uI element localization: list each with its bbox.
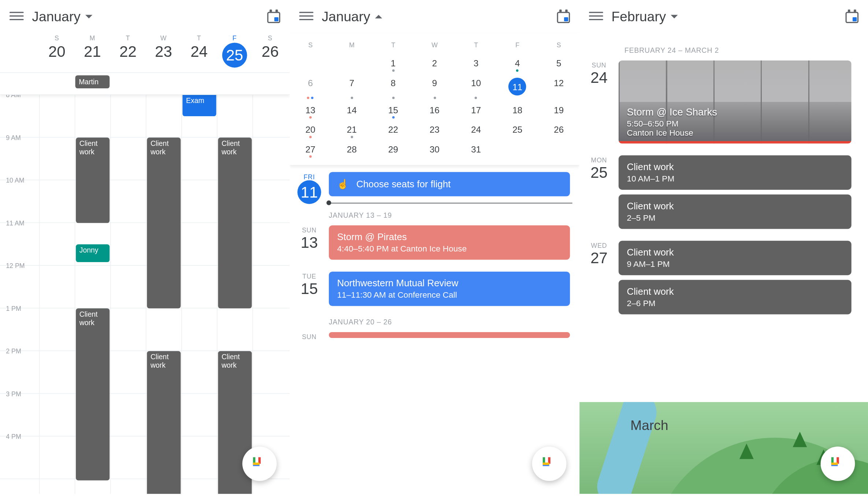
minical-day[interactable]: 6 xyxy=(290,73,331,100)
chevron-up-icon xyxy=(375,15,382,18)
schedule-list[interactable]: FRI 11 ☝ Choose seats for flight JANUARY… xyxy=(290,165,579,357)
minical-day[interactable]: 19 xyxy=(538,100,579,120)
minical-day[interactable]: 1 xyxy=(372,54,414,73)
hour-label: 11 AM xyxy=(6,220,24,227)
month-selector[interactable]: January xyxy=(322,8,382,25)
schedule-date[interactable]: SUN 13 xyxy=(290,225,329,265)
minical-day[interactable]: 13 xyxy=(290,100,331,120)
minical-day[interactable]: 28 xyxy=(331,139,372,159)
minical-day[interactable]: 4 xyxy=(497,54,538,73)
schedule-date-today[interactable]: FRI 11 xyxy=(290,172,329,204)
date-range-label: JANUARY 20 – 26 xyxy=(329,318,579,326)
minical-day[interactable]: 23 xyxy=(414,120,455,139)
day-col-tue[interactable]: T22 xyxy=(110,33,146,73)
day-col-wed[interactable]: W23 xyxy=(146,33,181,73)
menu-icon[interactable] xyxy=(589,10,603,24)
minical-day[interactable]: 9 xyxy=(414,73,455,100)
minical-day[interactable]: 16 xyxy=(414,100,455,120)
minical-day[interactable]: 17 xyxy=(455,100,497,120)
day-col-fri[interactable]: F25 xyxy=(217,33,252,73)
day-col-thu[interactable]: T24 xyxy=(181,33,217,73)
schedule-date[interactable]: WED 27 xyxy=(579,241,619,319)
create-event-fab[interactable] xyxy=(821,446,855,481)
topbar: February xyxy=(579,0,868,33)
event-nw-mutual[interactable]: Northwestern Mutual Review 11–11:30 AM a… xyxy=(329,272,570,306)
minical-day[interactable]: 25 xyxy=(497,120,538,139)
minical-day[interactable]: 22 xyxy=(372,120,414,139)
minical-day[interactable] xyxy=(290,54,331,73)
schedule-list[interactable]: FEBRUARY 24 – MARCH 2 SUN 24 Storm @ Ice… xyxy=(579,33,868,334)
hour-label: 9 AM xyxy=(6,134,21,141)
menu-icon[interactable] xyxy=(299,10,314,24)
event-client-work[interactable]: Client work 2–5 PM xyxy=(619,195,852,229)
schedule-date[interactable]: SUN xyxy=(290,332,329,343)
month-banner-label: March xyxy=(630,418,668,434)
event-client-work[interactable]: Client work xyxy=(218,137,252,308)
today-icon[interactable] xyxy=(557,10,570,23)
month-selector[interactable]: February xyxy=(612,8,678,25)
event-client-work[interactable]: Client work 9 AM–1 PM xyxy=(619,241,852,275)
create-event-fab[interactable] xyxy=(532,446,567,481)
minical-day[interactable]: 3 xyxy=(455,54,497,73)
allday-event-martin[interactable]: Martin xyxy=(75,75,110,88)
minical-day[interactable]: 8 xyxy=(372,73,414,100)
minical-day[interactable]: 31 xyxy=(455,139,497,159)
event-client-work[interactable]: Client work xyxy=(147,137,181,308)
today-icon[interactable] xyxy=(267,10,281,23)
event-storm-pirates[interactable]: Storm @ Pirates 4:40–5:40 PM at Canton I… xyxy=(329,225,570,260)
minical-day[interactable]: 5 xyxy=(538,54,579,73)
mc-wd: W xyxy=(414,37,455,53)
schedule-date[interactable]: SUN 24 xyxy=(579,60,619,148)
topbar: January xyxy=(0,0,290,33)
minical-day[interactable]: 15 xyxy=(372,100,414,120)
day-col-mon[interactable]: M21 xyxy=(75,33,110,73)
minical-day[interactable] xyxy=(538,139,579,159)
minical-day[interactable]: 2 xyxy=(414,54,455,73)
minical-day[interactable]: 29 xyxy=(372,139,414,159)
task-choose-seats[interactable]: ☝ Choose seats for flight xyxy=(329,172,570,196)
event-client-work[interactable]: Client work 2–6 PM xyxy=(619,280,852,315)
time-grid[interactable]: 8 AM 9 AM 10 AM 11 AM 12 PM 1 PM 2 PM 3 … xyxy=(0,95,290,494)
day-col-sat[interactable]: S26 xyxy=(252,33,288,73)
event-client-work[interactable]: Client work xyxy=(76,308,110,480)
event-client-work[interactable]: Client work 10 AM–1 PM xyxy=(619,155,852,190)
create-event-fab[interactable] xyxy=(242,446,277,481)
event-client-work[interactable]: Client work xyxy=(147,351,181,494)
event-jonny[interactable]: Jonny xyxy=(76,245,110,262)
topbar: January xyxy=(290,0,579,33)
date-range-label: FEBRUARY 24 – MARCH 2 xyxy=(624,46,861,55)
event-hero-ice-sharks[interactable]: Storm @ Ice Sharks 5:50–6:50 PM Canton I… xyxy=(619,60,852,143)
month-selector[interactable]: January xyxy=(32,8,92,25)
minical-day[interactable]: 14 xyxy=(331,100,372,120)
schedule-date[interactable]: TUE 15 xyxy=(290,272,329,311)
minical-day[interactable]: 7 xyxy=(331,73,372,100)
hour-label: 2 PM xyxy=(6,348,21,354)
minical-day[interactable]: 12 xyxy=(538,73,579,100)
minical-day[interactable]: 10 xyxy=(455,73,497,100)
event-med-exam[interactable]: Med Exam xyxy=(182,95,216,116)
mc-wd: S xyxy=(290,37,331,53)
minical-day[interactable]: 26 xyxy=(538,120,579,139)
today-icon[interactable] xyxy=(846,10,859,23)
hour-label: 1 PM xyxy=(6,305,21,312)
menu-icon[interactable] xyxy=(10,10,24,24)
minical-day[interactable] xyxy=(497,139,538,159)
day-col-sun[interactable]: S20 xyxy=(39,33,75,73)
minical-day[interactable]: 11 xyxy=(497,73,538,100)
minical-day[interactable]: 24 xyxy=(455,120,497,139)
hour-label: 3 PM xyxy=(6,390,21,397)
event-cutoff[interactable] xyxy=(329,332,570,338)
minical-day[interactable]: 30 xyxy=(414,139,455,159)
event-client-work[interactable]: Client work xyxy=(76,137,110,223)
minical-day[interactable]: 21 xyxy=(331,120,372,139)
minical-day[interactable]: 20 xyxy=(290,120,331,139)
chevron-down-icon xyxy=(85,15,92,18)
minical-day[interactable]: 27 xyxy=(290,139,331,159)
date-range-label: JANUARY 13 – 19 xyxy=(329,211,579,220)
plus-icon xyxy=(831,457,845,470)
month-label: January xyxy=(322,8,370,25)
schedule-view-panel: January S M T W T F S 123456789101112131… xyxy=(290,0,579,494)
minical-day[interactable]: 18 xyxy=(497,100,538,120)
schedule-date[interactable]: MON 25 xyxy=(579,155,619,234)
minical-day[interactable] xyxy=(331,54,372,73)
